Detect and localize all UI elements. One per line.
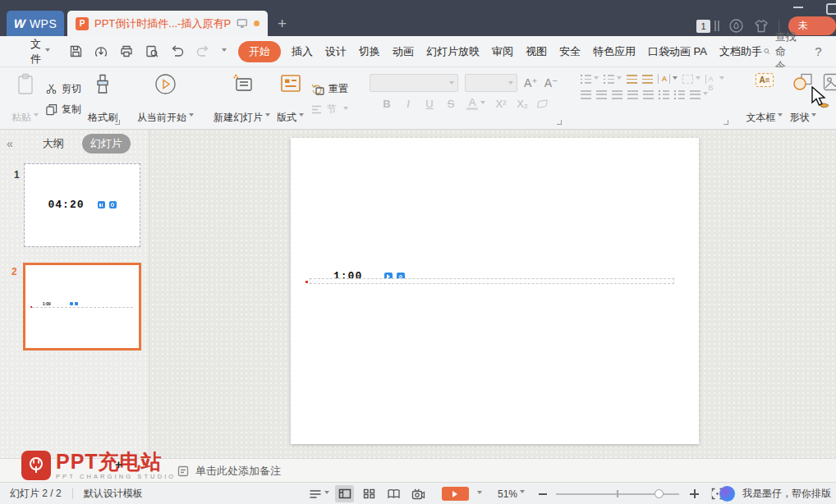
play-options-chevron-icon[interactable]	[477, 491, 482, 497]
zoom-level-label[interactable]: 51%	[498, 488, 525, 500]
font-color-button[interactable]: A	[466, 98, 478, 110]
play-slideshow-button[interactable]	[442, 487, 469, 501]
window-count-badge[interactable]: 1	[696, 20, 710, 33]
align-center-button[interactable]	[596, 90, 607, 99]
countdown-progress-bar[interactable]	[310, 278, 674, 284]
settings-gear-icon	[109, 201, 117, 208]
increase-indent-button[interactable]	[642, 75, 653, 84]
slide-2-mini-buttons	[70, 302, 78, 305]
slide-2-timer-text: 1:00	[43, 301, 51, 306]
undo-button[interactable]	[168, 43, 186, 61]
activity-flame-icon[interactable]	[728, 18, 744, 34]
new-tab-button[interactable]: +	[278, 16, 287, 31]
notes-placeholder: 单击此处添加备注	[195, 464, 281, 479]
qat-customize-chevron-icon[interactable]	[222, 48, 227, 54]
tab-outline[interactable]: 大纲	[34, 134, 72, 153]
export-button[interactable]	[92, 43, 110, 61]
picture-button[interactable]	[820, 72, 836, 126]
new-slide-button[interactable]: 新建幻灯片	[210, 72, 273, 126]
normal-view-button[interactable]	[335, 485, 354, 502]
tab-home[interactable]: 开始	[238, 41, 281, 62]
underline-button[interactable]: U	[424, 98, 435, 110]
layout-button[interactable]: 版式	[273, 72, 307, 126]
grow-font-button[interactable]: A⁺	[524, 76, 538, 89]
clipboard-dialog-launcher[interactable]	[115, 120, 120, 125]
tab-slideshow[interactable]: 幻灯片放映	[425, 42, 481, 62]
paragraph-spacing-button[interactable]	[674, 90, 685, 99]
numbered-list-button[interactable]	[604, 75, 622, 84]
slide-2-thumbnail-selected[interactable]: 1:00	[23, 263, 141, 351]
spacing-options-button[interactable]	[690, 90, 708, 99]
tab-pocket-animation[interactable]: 口袋动画 PA	[646, 42, 709, 62]
tab-animation[interactable]: 动画	[391, 42, 416, 62]
justify-button[interactable]	[627, 90, 638, 99]
tab-slides[interactable]: 幻灯片	[82, 134, 131, 153]
placeholder-button[interactable]	[682, 75, 700, 84]
shrink-font-button[interactable]: A⁻	[544, 76, 558, 89]
text-direction-button[interactable]: A	[658, 74, 678, 84]
current-slide[interactable]: 1:00	[291, 138, 699, 444]
tab-security[interactable]: 安全	[558, 42, 582, 62]
bold-button[interactable]: B	[381, 98, 393, 110]
distribute-button[interactable]	[643, 90, 654, 99]
paragraph-dialog-launcher[interactable]	[723, 120, 728, 125]
subscript-button[interactable]: X₂	[517, 98, 528, 110]
help-button[interactable]: ?	[815, 44, 821, 58]
shapes-button[interactable]: 形状	[786, 72, 820, 126]
maximize-button[interactable]	[826, 3, 836, 15]
tab-special-features[interactable]: 特色应用	[591, 42, 637, 62]
paste-button[interactable]: 粘贴	[8, 72, 42, 126]
tab-design[interactable]: 设计	[324, 42, 348, 62]
minimize-button[interactable]	[793, 7, 803, 8]
textbox-button[interactable]: A≡ 文本框	[742, 72, 786, 126]
template-name[interactable]: 默认设计模板	[84, 487, 143, 501]
slideshow-record-button[interactable]	[409, 485, 428, 502]
decrease-indent-button[interactable]	[627, 75, 637, 84]
reading-view-button[interactable]	[384, 485, 403, 502]
slide-sorter-view-button[interactable]	[360, 485, 379, 502]
assistant-message[interactable]: 我是墨仔，帮你排版	[742, 487, 831, 501]
copy-button[interactable]: 复制	[45, 103, 81, 117]
notes-input-area[interactable]: 单击此处添加备注	[177, 459, 281, 483]
reset-section-group: 重置 节	[307, 72, 351, 126]
save-button[interactable]	[67, 43, 85, 61]
print-button[interactable]	[117, 43, 136, 61]
document-tab[interactable]: P PPT倒计时插件...-插入原有PPT	[67, 11, 268, 36]
charging-plus-icon	[115, 458, 122, 470]
clear-format-eraser-icon[interactable]	[537, 99, 548, 108]
reset-button[interactable]: 重置	[310, 82, 348, 96]
wps-home-tab[interactable]: W WPS	[7, 11, 64, 36]
tab-view[interactable]: 视图	[524, 42, 549, 62]
zoom-slider-handle[interactable]	[655, 489, 664, 498]
print-preview-button[interactable]	[143, 43, 161, 61]
section-button[interactable]: 节	[310, 103, 348, 117]
zoom-out-button[interactable]	[539, 493, 547, 495]
font-size-combobox[interactable]	[465, 74, 517, 92]
zoom-slider[interactable]	[556, 485, 679, 502]
align-right-button[interactable]	[612, 90, 622, 99]
tab-review[interactable]: 审阅	[490, 42, 515, 62]
tab-insert[interactable]: 插入	[290, 42, 315, 62]
align-left-button[interactable]	[581, 90, 591, 99]
line-spacing-button[interactable]	[659, 90, 669, 99]
bullet-list-button[interactable]	[581, 75, 599, 84]
play-from-current-button[interactable]: 从当前开始	[134, 72, 197, 126]
slide-1-timer-text: 04:20	[48, 199, 84, 211]
font-dialog-launcher[interactable]	[557, 120, 562, 125]
redo-button[interactable]	[194, 43, 212, 61]
notes-toggle-button[interactable]	[309, 489, 329, 499]
tab-doc-assistant[interactable]: 文档助手	[718, 42, 764, 62]
font-name-combobox[interactable]	[370, 74, 458, 92]
slide-1-thumbnail[interactable]: 04:20	[25, 164, 140, 246]
superscript-button[interactable]: X²	[495, 98, 507, 110]
collapse-panel-button[interactable]: «	[7, 137, 13, 150]
assistant-avatar[interactable]	[719, 486, 735, 502]
zoom-in-button[interactable]	[690, 489, 699, 498]
italic-button[interactable]: I	[402, 98, 414, 110]
strikethrough-button[interactable]: S	[445, 98, 457, 110]
tab-transition[interactable]: 切换	[357, 42, 382, 62]
cut-button[interactable]: 剪切	[45, 82, 81, 96]
file-menu-button[interactable]: 文件	[30, 37, 41, 66]
align-text-button[interactable]: AB	[705, 75, 724, 84]
format-painter-button[interactable]: 格式刷	[85, 72, 121, 126]
